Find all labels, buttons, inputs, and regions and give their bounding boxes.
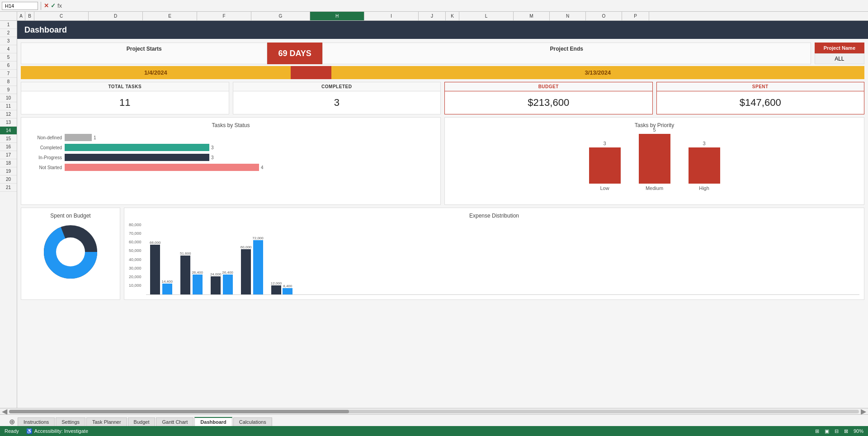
row-num-20[interactable]: 20 (0, 175, 17, 184)
exp-val-4a: 60,000 (241, 245, 251, 249)
col-header-g[interactable]: G (251, 12, 310, 20)
formula-input[interactable] (64, 3, 866, 9)
tasks-by-status-title: Tasks by Status (26, 122, 436, 128)
confirm-formula-icon[interactable]: ✓ (51, 2, 56, 9)
normal-view-icon[interactable]: ▣ (825, 428, 829, 434)
expense-group-2: 51,600 26,400 (180, 251, 203, 294)
col-header-m[interactable]: M (514, 12, 550, 20)
col-header-l[interactable]: L (459, 12, 514, 20)
exp-bar-3b (223, 275, 233, 294)
budget-value: $213,600 (445, 91, 652, 114)
accessibility-icon: ♿ (26, 428, 33, 434)
row-num-17[interactable]: 17 (0, 151, 17, 159)
expense-distribution-chart: Expense Distribution 80,000 70,000 60,00… (124, 208, 864, 300)
y-label-30k: 30,000 (129, 266, 146, 270)
horizontal-scrollbar[interactable]: ◀ ▶ (0, 408, 868, 414)
tab-instructions[interactable]: Instructions (18, 417, 55, 426)
bar-fill-completed (65, 144, 209, 151)
col-header-f[interactable]: F (197, 12, 251, 20)
row-num-9[interactable]: 9 (0, 86, 17, 94)
col-header-k[interactable]: K (446, 12, 459, 20)
scroll-track[interactable] (9, 410, 859, 413)
col-header-j[interactable]: J (419, 12, 446, 20)
page-break-icon[interactable]: ⊠ (844, 428, 848, 434)
budget-label: BUDGET (445, 82, 652, 91)
col-header-b[interactable]: B (25, 12, 34, 20)
exp-bar-3a (211, 276, 221, 294)
col-header-h[interactable]: H (310, 12, 364, 20)
priority-count-high: 3 (703, 141, 705, 146)
exp-val-4b: 72,000 (252, 236, 263, 240)
spacer-row2 (17, 39, 868, 43)
dashboard-title: Dashboard (24, 25, 67, 35)
row-num-11[interactable]: 11 (0, 102, 17, 110)
cancel-formula-icon[interactable]: ✕ (44, 2, 49, 9)
exp-bar-2b (193, 275, 203, 294)
date-bar-mid (291, 66, 331, 79)
row-num-4[interactable]: 4 (0, 45, 17, 53)
bar-label-notstarted: Not Started (29, 165, 62, 170)
charts-row-2: Spent on Budget (21, 208, 864, 300)
tab-dashboard[interactable]: Dashboard (194, 417, 232, 426)
exp-val-3b: 26,400 (222, 270, 233, 275)
page-layout-icon[interactable]: ⊟ (835, 428, 839, 434)
row-num-10[interactable]: 10 (0, 94, 17, 102)
bar-track-inprogress: 3 (65, 154, 214, 161)
bar-track-nondefined: 1 (65, 134, 96, 141)
spent-value: $147,600 (657, 91, 864, 114)
donut-chart-wrap (26, 223, 115, 281)
row-num-7[interactable]: 7 (0, 70, 17, 78)
exp-val-1b: 14,400 (161, 280, 172, 284)
row-num-8[interactable]: 8 (0, 78, 17, 86)
add-sheet-icon[interactable]: ⊕ (9, 417, 15, 426)
row-num-21[interactable]: 21 (0, 184, 17, 192)
exp-bar-2a (180, 256, 190, 294)
col-header-d[interactable]: D (89, 12, 143, 20)
row-num-3[interactable]: 3 (0, 37, 17, 45)
col-header-i[interactable]: I (364, 12, 419, 20)
row-num-6[interactable]: 6 (0, 62, 17, 70)
cell-name-box[interactable]: H14 (2, 2, 38, 10)
ready-status: Ready (5, 428, 19, 434)
project-dates-section: Project Starts 69 DAYS Project Ends Proj… (21, 43, 864, 64)
tab-budget[interactable]: Budget (128, 417, 156, 426)
formula-icons: ✕ ✓ fx (44, 2, 62, 9)
tab-calculations[interactable]: Calculations (233, 417, 272, 426)
total-tasks-label: TOTAL TASKS (21, 82, 229, 91)
completed-card: COMPLETED 3 (233, 82, 441, 114)
exp-bar-4a (241, 249, 251, 294)
col-header-n[interactable]: N (550, 12, 586, 20)
row-num-15[interactable]: 15 (0, 135, 17, 143)
col-header-p[interactable]: P (622, 12, 649, 20)
row-num-12[interactable]: 12 (0, 110, 17, 118)
project-name-value[interactable]: ALL (815, 53, 864, 64)
row-num-16[interactable]: 16 (0, 143, 17, 151)
completed-label: COMPLETED (233, 82, 441, 91)
row-num-13[interactable]: 13 (0, 118, 17, 127)
y-label-50k: 50,000 (129, 248, 146, 253)
row-num-5[interactable]: 5 (0, 53, 17, 62)
display-settings-icon[interactable]: ⊞ (815, 428, 819, 434)
tab-gantt-chart[interactable]: Gantt Chart (156, 417, 193, 426)
exp-val-2b: 26,400 (192, 270, 203, 275)
row-num-19[interactable]: 19 (0, 167, 17, 175)
zoom-level: 90% (854, 428, 863, 434)
bar-row-completed: Completed 3 (29, 144, 432, 151)
row-num-2[interactable]: 2 (0, 29, 17, 37)
expense-bars-2: 51,600 26,400 (180, 251, 203, 294)
col-header-a[interactable]: A (17, 12, 25, 20)
scroll-thumb[interactable] (9, 410, 349, 413)
insert-function-icon[interactable]: fx (57, 2, 62, 9)
row-num-18[interactable]: 18 (0, 159, 17, 167)
col-header-c[interactable]: C (34, 12, 89, 20)
project-name-section: Project Name ALL (815, 43, 864, 64)
tab-settings[interactable]: Settings (56, 417, 85, 426)
row-num-14[interactable]: 14 (0, 127, 17, 135)
col-header-e[interactable]: E (143, 12, 197, 20)
priority-bars-area: 3 Low 5 Medium 3 (449, 132, 859, 200)
row-num-1[interactable]: 1 (0, 21, 17, 29)
tab-task-planner[interactable]: Task Planner (86, 417, 127, 426)
col-header-o[interactable]: O (586, 12, 622, 20)
accessibility-status: ♿ Accessibility: Investigate (26, 428, 88, 434)
donut-center (56, 237, 85, 266)
